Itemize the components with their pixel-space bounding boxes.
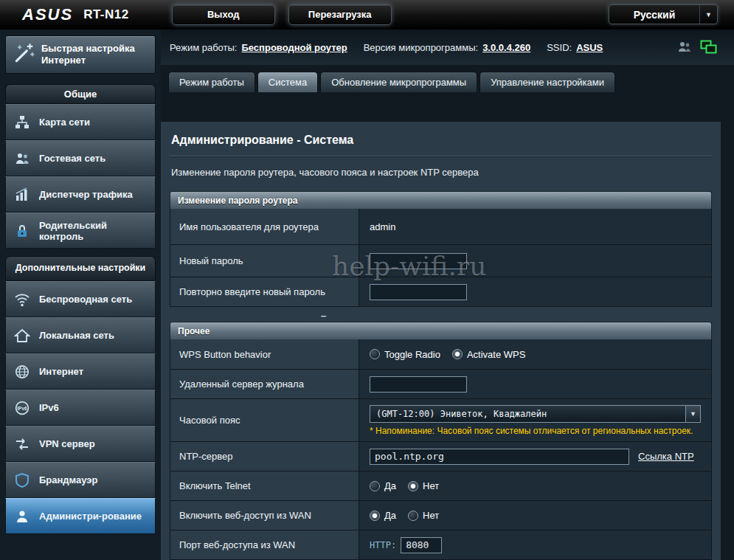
- ntp-server-field[interactable]: [370, 449, 629, 465]
- sidebar-item-label: Интернет: [39, 366, 83, 377]
- sidebar-item-label: Родительский контроль: [39, 220, 148, 242]
- table-row: Новый пароль: [170, 244, 711, 277]
- wan-web-access-label: Включить веб-доступ из WAN: [170, 501, 359, 530]
- sidebar-item-administration[interactable]: Администри-рование: [5, 498, 156, 534]
- http-prefix-label: HTTP:: [370, 540, 396, 550]
- timezone-select[interactable]: (GMT-12:00) Эниветок, Кваджалейн ▼: [370, 405, 701, 423]
- telnet-yes-radio-option[interactable]: Да: [370, 480, 396, 491]
- wps-toggle-radio[interactable]: [370, 349, 380, 359]
- ssid-label: SSID:: [547, 42, 572, 53]
- confirm-password-label: Повторно введите новый пароль: [170, 277, 359, 306]
- wan-access-no-radio[interactable]: [408, 511, 418, 521]
- wan-access-yes-radio[interactable]: [370, 511, 380, 521]
- ntp-server-cell: Ссылка NTP: [359, 442, 711, 471]
- svg-text:IPv6: IPv6: [17, 405, 27, 410]
- table-row: Включить веб-доступ из WAN Да Нет: [170, 500, 711, 530]
- sidebar-item-label: Администри-рование: [39, 511, 142, 522]
- sidebar-item-vpn[interactable]: VPN сервер: [5, 426, 156, 462]
- telnet-yes-radio[interactable]: [370, 481, 380, 491]
- sidebar-item-guest-network[interactable]: Гостевая сеть: [5, 140, 156, 176]
- quick-setup-label: Быстрая настройка Интернет: [41, 43, 135, 66]
- table-row: Удаленный сервер журнала: [170, 369, 711, 398]
- page-description: Изменение пароля роутера, часового пояса…: [170, 156, 712, 191]
- chevron-down-icon: ▼: [685, 406, 700, 422]
- clients-icon[interactable]: [676, 41, 693, 54]
- sidebar-item-internet[interactable]: Интернет: [5, 353, 156, 390]
- sidebar-item-wireless[interactable]: Беспроводная сеть: [5, 281, 156, 317]
- language-value: Русский: [609, 9, 699, 21]
- tab-firmware-upgrade[interactable]: Обновление микропрограммы: [320, 72, 477, 92]
- confirm-password-cell: [359, 277, 711, 306]
- tab-operation-mode[interactable]: Режим работы: [168, 72, 255, 92]
- sidebar-item-lan[interactable]: Локальная сеть: [5, 317, 156, 353]
- logout-button[interactable]: Выход: [172, 4, 275, 25]
- ssid-link[interactable]: ASUS: [576, 42, 603, 53]
- telnet-no-radio-option[interactable]: Нет: [408, 480, 439, 491]
- sidebar: Быстрая настройка Интернет Общие Карта с…: [0, 30, 161, 560]
- status-icons: [676, 40, 718, 55]
- username-value: admin: [370, 221, 395, 232]
- table-row: Порт веб-доступа из WAN HTTP:: [170, 530, 711, 559]
- tab-settings-management[interactable]: Управление настройками: [479, 72, 615, 92]
- firmware-version-link[interactable]: 3.0.0.4.260: [482, 42, 530, 53]
- wan-access-no-radio-option[interactable]: Нет: [408, 510, 439, 521]
- ipv6-icon: IPv6: [13, 400, 32, 416]
- telnet-label: Включить Telnet: [170, 471, 359, 500]
- new-password-field[interactable]: [370, 253, 467, 269]
- collapse-indicator[interactable]: –: [170, 311, 712, 322]
- misc-table: WPS Button behavior Toggle Radio Activat…: [170, 339, 712, 560]
- shield-icon: [13, 472, 32, 488]
- wps-activate-radio[interactable]: [452, 349, 463, 359]
- radio-label: Нет: [423, 480, 439, 491]
- wps-toggle-radio-option[interactable]: Toggle Radio: [370, 349, 440, 360]
- sidebar-item-label: Брандмауэр: [39, 474, 97, 485]
- sidebar-item-label: Карта сети: [39, 117, 90, 128]
- ntp-link[interactable]: Ссылка NTP: [638, 451, 694, 462]
- confirm-password-field[interactable]: [370, 284, 467, 300]
- wan-web-port-cell: HTTP:: [359, 530, 711, 559]
- firmware-version-label: Версия микропрограммы:: [364, 42, 478, 53]
- language-select[interactable]: Русский ▼: [609, 4, 718, 24]
- section-header-misc: Прочее: [170, 322, 712, 339]
- sidebar-item-network-map[interactable]: Карта сети: [5, 104, 156, 140]
- remote-log-server-field[interactable]: [370, 376, 467, 393]
- timezone-warning: * Напоминание: Часовой пояс системы отли…: [370, 426, 693, 436]
- radio-label: Нет: [423, 510, 439, 521]
- sidebar-item-firewall[interactable]: Брандмауэр: [5, 462, 156, 498]
- sidebar-item-ipv6[interactable]: IPv6 IPv6: [5, 390, 156, 426]
- tab-bar: Режим работы Система Обновление микропро…: [161, 65, 734, 92]
- operation-mode-link[interactable]: Беспроводной роутер: [241, 42, 347, 53]
- wan-access-yes-radio-option[interactable]: Да: [370, 510, 396, 521]
- reboot-button[interactable]: Перезагрузка: [288, 4, 392, 25]
- table-row: Имя пользователя для роутера admin: [170, 209, 711, 244]
- wan-web-port-label: Порт веб-доступа из WAN: [170, 530, 359, 559]
- sidebar-item-label: Гостевая сеть: [39, 153, 105, 164]
- quick-setup-line1: Быстрая настройка: [41, 43, 135, 54]
- wps-activate-radio-option[interactable]: Activate WPS: [452, 349, 525, 360]
- network-status-icon[interactable]: [700, 40, 718, 55]
- table-row: Повторно введите новый пароль: [170, 277, 711, 306]
- sidebar-item-label: Беспроводная сеть: [39, 294, 132, 305]
- sidebar-item-traffic-manager[interactable]: Диспетчер трафика: [5, 176, 156, 212]
- wan-web-port-field[interactable]: [401, 537, 442, 553]
- quick-setup-line2: Интернет: [41, 55, 86, 66]
- sidebar-item-parental-control[interactable]: Родительский контроль: [5, 212, 156, 249]
- ntp-server-label: NTP-сервер: [170, 442, 359, 471]
- telnet-no-radio[interactable]: [408, 481, 418, 491]
- status-bar: Режим работы: Беспроводной роутер Версия…: [161, 30, 734, 65]
- sidebar-section-general: Общие: [5, 84, 156, 104]
- remote-log-server-label: Удаленный сервер журнала: [170, 370, 359, 398]
- globe-icon: [13, 364, 32, 380]
- new-password-label: Новый пароль: [170, 245, 359, 277]
- sidebar-item-label: VPN сервер: [39, 438, 95, 449]
- wifi-icon: [13, 291, 32, 308]
- timezone-selected-value: (GMT-12:00) Эниветок, Кваджалейн: [370, 409, 685, 419]
- sidebar-section-advanced: Дополнительные настройки: [5, 256, 156, 281]
- sidebar-item-quick-internet-setup[interactable]: Быстрая настройка Интернет: [5, 35, 156, 74]
- tab-system[interactable]: Система: [257, 72, 318, 92]
- radio-label: Activate WPS: [467, 349, 525, 360]
- asus-logo: ASUS: [22, 5, 73, 24]
- magic-wand-icon: [12, 41, 35, 68]
- table-row: Включить Telnet Да Нет: [170, 471, 711, 500]
- table-row: WPS Button behavior Toggle Radio Activat…: [170, 339, 711, 369]
